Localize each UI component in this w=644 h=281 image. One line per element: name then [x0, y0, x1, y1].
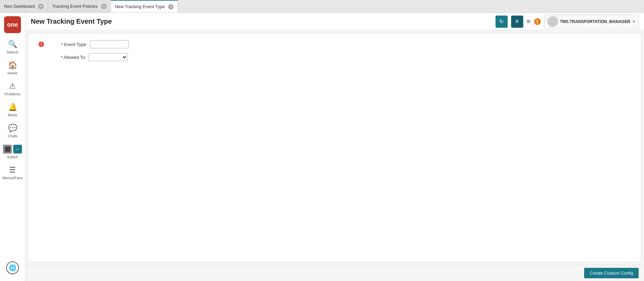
globe-icon[interactable]: 🌐 — [6, 261, 19, 274]
hamburger-icon: ≡ — [527, 18, 531, 25]
switch-icons: ⬛ ↔ — [3, 145, 22, 154]
switch-left-icon: ⬛ — [5, 146, 10, 152]
sidebar-label-home: Home — [7, 71, 17, 75]
form-area: ! * Event Type: * Allowed To: — [28, 33, 641, 262]
create-custom-config-button[interactable]: Create Custom Config — [584, 268, 639, 278]
switch-icon-left: ⬛ — [3, 145, 12, 154]
allowed-to-row: * Allowed To: — [39, 53, 631, 61]
event-type-input[interactable] — [90, 40, 129, 48]
sidebar-label-problems: Problems — [5, 92, 20, 96]
tab-new-tracking-event-type[interactable]: New Tracking Event Type ✕ — [111, 0, 178, 13]
warning-icon: ⚠ — [9, 82, 16, 91]
sidebar-item-switch[interactable]: ⬛ ↔ Switch — [0, 141, 25, 162]
sidebar-label-alerts: Alerts — [8, 113, 17, 117]
allowed-to-label: * Allowed To: — [45, 55, 86, 60]
error-icon: ! — [39, 42, 44, 47]
sidebar-item-menus-favs[interactable]: ☰ Menus/Favs — [0, 162, 25, 183]
switch-right-icon: ↔ — [15, 146, 20, 152]
event-type-label: * Event Type: — [47, 42, 87, 47]
sidebar-item-problems[interactable]: ⚠ Problems — [0, 78, 25, 99]
app-logo[interactable]: one — [4, 16, 21, 33]
tab-label-tracking-event-policies: Tracking Event Policies — [52, 4, 98, 9]
tab-close-neo-dashboard[interactable]: ✕ — [38, 4, 44, 9]
content-area: New Tracking Event Type ↻ ✕ ≡ 1 TMS.TRAN… — [25, 13, 644, 281]
home-icon: 🏠 — [8, 61, 17, 70]
menu-button[interactable]: ≡ — [527, 18, 531, 25]
tab-close-new-tracking-event-type[interactable]: ✕ — [168, 4, 174, 9]
sidebar: one 🔍 Search 🏠 Home ⚠ Problems 🔔 Alerts … — [0, 13, 25, 281]
tab-label-new-tracking-event-type: New Tracking Event Type — [115, 4, 165, 9]
chat-icon: 💬 — [8, 124, 17, 133]
user-dropdown[interactable]: TMS.TRANSPORTATION_MANAGER ▼ — [544, 15, 639, 29]
tab-neo-dashboard[interactable]: Neo Dashboard ✕ — [0, 0, 48, 13]
header-bar: New Tracking Event Type ↻ ✕ ≡ 1 TMS.TRAN… — [25, 13, 644, 30]
refresh-button[interactable]: ↻ — [496, 16, 508, 28]
sidebar-label-menus-favs: Menus/Favs — [2, 176, 23, 180]
menu-icon: ☰ — [9, 166, 16, 174]
main-layout: one 🔍 Search 🏠 Home ⚠ Problems 🔔 Alerts … — [0, 13, 644, 281]
tab-close-tracking-event-policies[interactable]: ✕ — [101, 4, 107, 9]
sidebar-item-alerts[interactable]: 🔔 Alerts — [0, 99, 25, 120]
search-icon: 🔍 — [8, 40, 17, 49]
sidebar-item-chats[interactable]: 💬 Chats — [0, 120, 25, 141]
page-title: New Tracking Event Type — [31, 18, 492, 25]
user-avatar — [547, 16, 558, 27]
switch-icon-right: ↔ — [13, 145, 22, 154]
tab-tracking-event-policies[interactable]: Tracking Event Policies ✕ — [48, 0, 111, 13]
sidebar-label-switch: Switch — [7, 155, 18, 159]
close-button[interactable]: ✕ — [511, 16, 523, 28]
sidebar-label-search: Search — [7, 50, 19, 54]
sidebar-item-home[interactable]: 🏠 Home — [0, 57, 25, 78]
allowed-to-select[interactable] — [89, 53, 128, 61]
bottom-bar: Create Custom Config — [25, 265, 644, 281]
notification-badge[interactable]: 1 — [534, 18, 541, 25]
chevron-down-icon: ▼ — [632, 20, 636, 23]
tab-label-neo-dashboard: Neo Dashboard — [4, 4, 35, 9]
event-type-row: ! * Event Type: — [39, 40, 631, 48]
bell-icon: 🔔 — [8, 103, 17, 112]
sidebar-item-search[interactable]: 🔍 Search — [0, 37, 25, 57]
tab-bar: Neo Dashboard ✕ Tracking Event Policies … — [0, 0, 644, 13]
sidebar-label-chats: Chats — [8, 134, 18, 138]
username-label: TMS.TRANSPORTATION_MANAGER — [560, 19, 630, 24]
